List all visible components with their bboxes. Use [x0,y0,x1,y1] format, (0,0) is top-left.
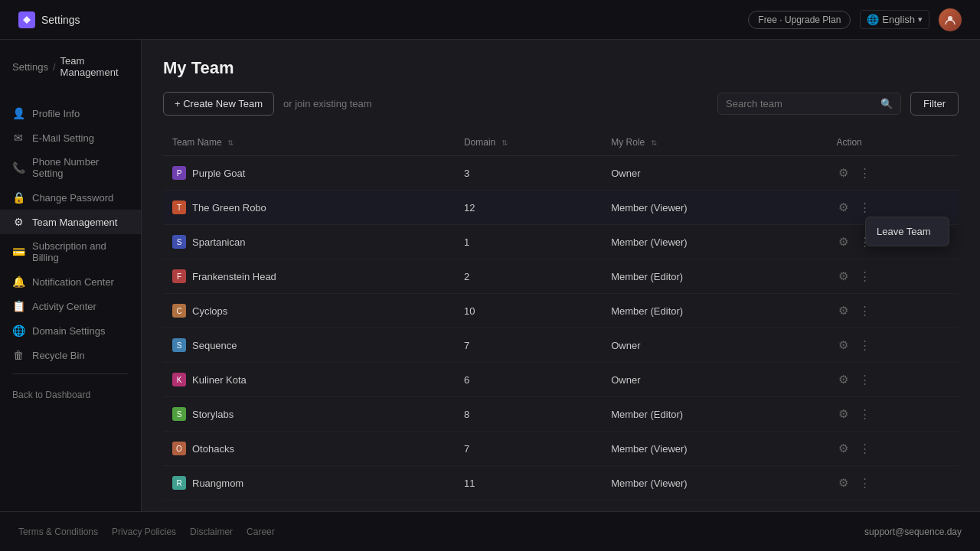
more-icon-9[interactable]: ⋮ [857,474,873,492]
team-domain-4: 10 [455,294,602,328]
main-layout: Settings / Team Management 👤 Profile Inf… [0,40,980,511]
table-row: C Cyclops 10 Member (Editor) ⚙ ⋮ [163,294,959,328]
phone-number-icon: 📞 [12,161,24,174]
footer-link-privacy-policies[interactable]: Privacy Policies [112,527,176,537]
footer-link-career[interactable]: Career [247,527,275,537]
table-row: K Kuliner Kota 6 Owner ⚙ ⋮ [163,363,959,397]
language-selector[interactable]: 🌐 English ▾ [860,10,929,29]
team-role-3: Member (Editor) [602,259,827,294]
team-icon-4: C [172,304,186,318]
team-domain-1: 12 [455,191,602,225]
team-role-9: Member (Viewer) [602,466,827,500]
team-role-5: Owner [602,328,827,363]
domain-icon: 🌐 [12,324,24,337]
more-icon-3[interactable]: ⋮ [857,267,873,285]
more-icon-6[interactable]: ⋮ [857,370,873,389]
team-domain-5: 7 [455,328,602,363]
team-icon-2: S [172,235,186,249]
settings-icon-9[interactable]: ⚙ [836,474,851,492]
sidebar-item-team-management[interactable]: ⚙ Team Management [0,210,141,234]
team-table-body: P Purple Goat 3 Owner ⚙ ⋮ T The Green Ro… [163,156,959,500]
footer: Terms & ConditionsPrivacy PoliciesDiscla… [0,511,980,551]
settings-icon-5[interactable]: ⚙ [836,336,851,354]
sidebar-item-change-password[interactable]: 🔒 Change Password [0,185,141,210]
sidebar-breadcrumb: Settings / Team Management [0,55,141,87]
sidebar-label-profile-info: Profile Info [32,108,80,119]
create-new-team-button[interactable]: + Create New Team [163,92,274,116]
app-logo [18,11,35,28]
breadcrumb-sep: / [53,61,56,73]
recycle-icon: 🗑 [12,349,24,361]
more-icon-5[interactable]: ⋮ [857,336,873,354]
team-icon-7: S [172,407,186,421]
more-icon-8[interactable]: ⋮ [857,439,873,458]
col-header-name: Team Name ⇅ [163,129,455,156]
sidebar-item-phone-number[interactable]: 📞 Phone Number Setting [0,150,141,185]
team-action-8: ⚙ ⋮ [827,432,959,466]
settings-icon-1[interactable]: ⚙ [836,198,851,217]
sidebar-nav: 👤 Profile Info ✉ E-Mail Setting 📞 Phone … [0,101,141,367]
team-name-1: The Green Robo [192,202,266,214]
footer-link-terms-&-conditions[interactable]: Terms & Conditions [18,527,98,537]
sidebar-item-email-setting[interactable]: ✉ E-Mail Setting [0,126,141,150]
team-icon-3: F [172,269,186,283]
sidebar-item-domain[interactable]: 🌐 Domain Settings [0,318,141,343]
back-to-dashboard[interactable]: Back to Dashboard [0,380,141,409]
settings-icon-7[interactable]: ⚙ [836,405,851,423]
breadcrumb-root[interactable]: Settings [12,61,48,73]
main-content: My Team + Create New Team or join existi… [142,40,980,511]
team-icon-1: T [172,201,186,214]
team-name-cell-0: P Purple Goat [163,156,455,191]
sidebar-label-phone-number: Phone Number Setting [32,156,129,179]
upgrade-button[interactable]: Free · Upgrade Plan [748,11,851,29]
more-icon-0[interactable]: ⋮ [857,164,873,182]
sidebar-label-recycle: Recycle Bin [32,350,85,361]
table-row: S Spartanican 1 Member (Viewer) ⚙ ⋮ [163,225,959,259]
team-action-1: ⚙ ⋮ Leave Team [827,191,959,225]
sidebar-item-profile-info[interactable]: 👤 Profile Info [0,101,141,126]
leave-team-option[interactable]: Leave Team [866,220,949,243]
team-name-cell-5: S Sequence [163,328,455,363]
sidebar-item-recycle[interactable]: 🗑 Recycle Bin [0,343,141,367]
topbar-left: Settings [18,11,80,28]
team-role-0: Owner [602,156,827,191]
support-email-link[interactable]: support@sequence.day [864,527,962,537]
settings-icon-6[interactable]: ⚙ [836,370,851,389]
sidebar-item-notification[interactable]: 🔔 Notification Center [0,269,141,294]
settings-icon-2[interactable]: ⚙ [836,233,851,251]
sidebar-item-subscription[interactable]: 💳 Subscription and Billing [0,234,141,269]
team-icon-0: P [172,166,186,180]
team-name-5: Sequence [192,340,237,351]
sidebar-item-activity[interactable]: 📋 Activity Center [0,294,141,318]
settings-icon-4[interactable]: ⚙ [836,302,851,320]
table-row: O Otohacks 7 Member (Viewer) ⚙ ⋮ [163,432,959,466]
team-name-cell-9: R Ruangmom [163,466,455,500]
more-icon-1[interactable]: ⋮ [857,198,873,217]
team-domain-6: 6 [455,363,602,397]
breadcrumb-current: Team Management [60,55,129,78]
more-icon-7[interactable]: ⋮ [857,405,873,423]
team-action-0: ⚙ ⋮ [827,156,959,191]
filter-button[interactable]: Filter [910,92,959,116]
settings-icon-0[interactable]: ⚙ [836,164,851,182]
team-name-cell-4: C Cyclops [163,294,455,328]
user-avatar[interactable] [939,8,962,31]
team-name-cell-8: O Otohacks [163,432,455,466]
team-action-6: ⚙ ⋮ [827,363,959,397]
team-action-9: ⚙ ⋮ [827,466,959,500]
more-icon-4[interactable]: ⋮ [857,302,873,320]
table-row: S Sequence 7 Owner ⚙ ⋮ [163,328,959,363]
team-domain-2: 1 [455,225,602,259]
settings-icon-8[interactable]: ⚙ [836,439,851,458]
team-management-icon: ⚙ [12,216,24,228]
search-input[interactable] [726,98,874,109]
team-name-cell-2: S Spartanican [163,225,455,259]
language-label: English [882,14,915,25]
search-team-field[interactable]: 🔍 [717,93,901,115]
sidebar-label-change-password: Change Password [32,192,113,204]
team-role-6: Owner [602,363,827,397]
footer-email: support@sequence.day [864,527,962,537]
footer-link-disclaimer[interactable]: Disclaimer [190,527,233,537]
change-password-icon: 🔒 [12,191,24,204]
settings-icon-3[interactable]: ⚙ [836,267,851,285]
